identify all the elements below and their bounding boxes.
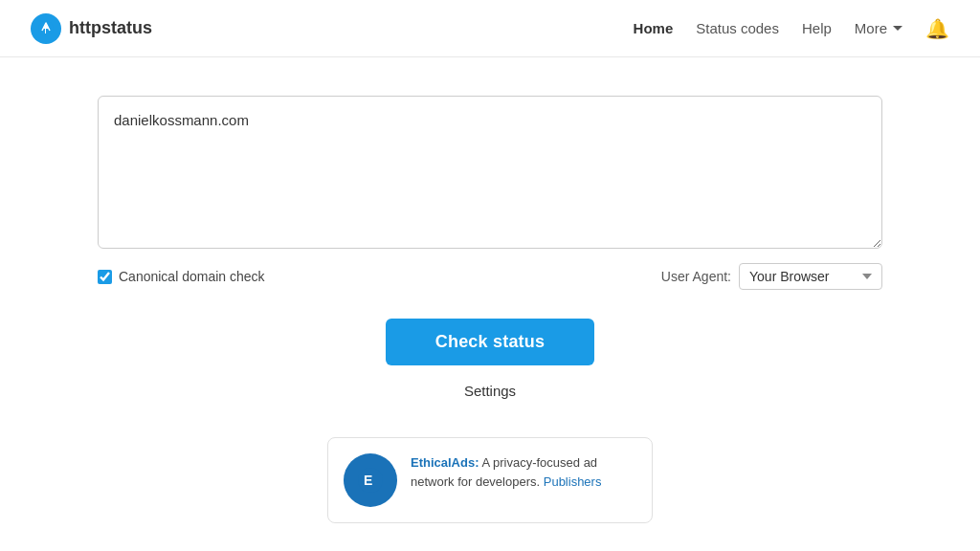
user-agent-label: User Agent: <box>661 269 731 284</box>
ad-title: EthicalAds: <box>411 455 479 470</box>
settings-link[interactable]: Settings <box>98 383 882 399</box>
options-row: Canonical domain check User Agent: Your … <box>98 263 882 290</box>
ad-link[interactable]: Publishers <box>544 474 602 489</box>
ad-logo-icon: E <box>344 453 397 507</box>
ad-banner: E EthicalAds: A privacy-focused ad netwo… <box>327 437 653 523</box>
nav-help[interactable]: Help <box>802 20 832 36</box>
more-button[interactable]: More <box>855 20 902 36</box>
logo-text: httpstatus <box>69 18 152 38</box>
canonical-check-label[interactable]: Canonical domain check <box>98 269 265 284</box>
logo-link[interactable]: httpstatus <box>31 13 152 44</box>
svg-text:E: E <box>364 473 372 488</box>
canonical-checkbox[interactable] <box>98 270 112 284</box>
nav-status-codes[interactable]: Status codes <box>696 20 779 36</box>
site-header: httpstatus Home Status codes Help More 🔔 <box>0 0 980 57</box>
ad-text: EthicalAds: A privacy-focused ad network… <box>411 453 636 491</box>
notification-bell-icon[interactable]: 🔔 <box>925 17 949 40</box>
url-input[interactable]: danielkossmann.com <box>98 96 882 249</box>
logo-icon <box>31 13 61 44</box>
chevron-down-icon <box>893 26 902 31</box>
main-content: danielkossmann.com Canonical domain chec… <box>78 57 902 523</box>
main-nav: Home Status codes Help More 🔔 <box>634 17 949 40</box>
user-agent-select[interactable]: Your Browser Chrome Firefox Safari curl <box>739 263 882 290</box>
user-agent-area: User Agent: Your Browser Chrome Firefox … <box>661 263 882 290</box>
nav-home[interactable]: Home <box>634 20 674 36</box>
check-status-button[interactable]: Check status <box>386 319 594 365</box>
